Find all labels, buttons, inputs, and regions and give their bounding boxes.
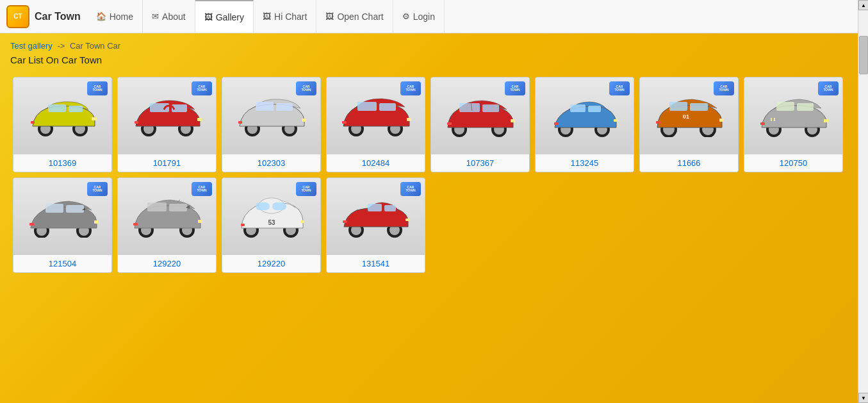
svg-text:01: 01 (682, 113, 689, 120)
car-card[interactable]: CARTOWN 102303 (222, 77, 321, 172)
car-badge: CARTOWN (609, 81, 630, 95)
car-label[interactable]: 120750 (744, 154, 842, 172)
car-badge: CARTOWN (192, 81, 212, 95)
car-link[interactable]: 102303 (258, 158, 285, 168)
car-card-image-area: CARTOWN (327, 78, 425, 154)
car-label[interactable]: 113245 (536, 154, 634, 172)
car-label[interactable]: 11666 (640, 154, 738, 172)
svg-rect-48 (554, 122, 558, 125)
svg-rect-82 (198, 220, 202, 223)
svg-rect-7 (31, 121, 35, 124)
svg-rect-63 (797, 103, 814, 111)
car-badge: CARTOWN (87, 182, 108, 196)
car-label[interactable]: 129220 (118, 255, 216, 272)
car-label[interactable]: 101369 (13, 154, 111, 172)
car-card[interactable]: CARTOWN 102484 (326, 77, 425, 172)
svg-rect-99 (368, 204, 382, 211)
breadcrumb: Test gallery -> Car Town Car (10, 41, 858, 51)
scroll-down-btn[interactable]: ▼ (858, 393, 868, 403)
svg-rect-31 (342, 121, 347, 124)
car-link[interactable]: 121504 (49, 259, 76, 268)
hichart-icon: 🖼 (263, 12, 271, 21)
login-icon: ⚙ (402, 12, 410, 21)
car-label[interactable]: 131541 (327, 255, 425, 272)
car-link[interactable]: 113245 (571, 158, 598, 168)
car-card[interactable]: CARTOWN 121504 (13, 177, 112, 273)
svg-rect-38 (511, 119, 515, 122)
car-link[interactable]: 131541 (362, 259, 389, 268)
car-label[interactable]: 129220 (222, 255, 320, 272)
nav-item-home[interactable]: 🏠 Home (87, 0, 143, 33)
svg-rect-80 (147, 202, 167, 211)
nav-label-gallery: Gallery (216, 12, 244, 22)
nav-item-openchart[interactable]: 🖼 Open Chart (316, 0, 393, 33)
car-link[interactable]: 120750 (780, 158, 807, 168)
svg-rect-75 (29, 223, 34, 226)
main-content: Test gallery -> Car Town Car Car List On… (0, 33, 868, 403)
car-link[interactable]: 107367 (466, 158, 494, 168)
svg-rect-39 (447, 122, 452, 125)
car-card-image-area: CARTOWN (744, 78, 842, 154)
car-card[interactable]: CARTOWN 101369 (13, 77, 112, 172)
breadcrumb-link[interactable]: Test gallery (10, 41, 53, 51)
svg-rect-91 (272, 202, 286, 210)
car-image: 01 (654, 94, 725, 138)
car-label[interactable]: 107367 (431, 154, 529, 172)
svg-rect-20 (256, 102, 274, 111)
car-card-image-area: CARTOWN (327, 178, 425, 255)
openchart-icon: 🖼 (325, 12, 334, 21)
svg-rect-102 (343, 220, 347, 223)
scrollbar[interactable]: ▲ ▼ (858, 0, 868, 403)
svg-rect-74 (94, 220, 98, 224)
home-icon: 🏠 (96, 12, 106, 21)
car-card[interactable]: CARTOWN 129220 (117, 177, 217, 273)
car-card[interactable]: CARTOWN 53 129220 (222, 177, 321, 273)
car-label[interactable]: 102303 (222, 154, 320, 172)
car-link[interactable]: 102484 (362, 158, 389, 168)
brand-link[interactable]: CT Car Town (6, 5, 81, 28)
svg-rect-64 (824, 119, 828, 122)
car-card[interactable]: CARTOWN 107367 (430, 77, 530, 172)
car-image (341, 94, 411, 138)
car-card[interactable]: CARTOWN 01 11666 (639, 77, 739, 172)
svg-text:53: 53 (268, 219, 275, 226)
car-link[interactable]: 129220 (258, 259, 285, 268)
car-image (236, 94, 307, 138)
car-label[interactable]: 102484 (327, 154, 425, 172)
car-card[interactable]: CARTOWN 113245 (535, 77, 634, 172)
car-label[interactable]: 101791 (118, 154, 216, 172)
car-card-image-area: CARTOWN (13, 78, 111, 154)
car-link[interactable]: 11666 (677, 158, 700, 168)
scroll-up-btn[interactable]: ▲ (858, 0, 868, 10)
svg-rect-94 (241, 224, 245, 226)
nav-item-login[interactable]: ⚙ Login (393, 0, 445, 33)
nav-item-about[interactable]: ✉ About (143, 0, 195, 33)
car-card-image-area: CARTOWN (431, 78, 529, 154)
car-image (132, 194, 202, 239)
car-card-image-area: CARTOWN (118, 178, 216, 255)
svg-rect-23 (238, 121, 242, 124)
car-card[interactable]: CARTOWN 120750 (744, 77, 843, 172)
car-card[interactable]: CARTOWN 101791 (117, 77, 217, 172)
car-link[interactable]: 129220 (153, 259, 181, 268)
svg-rect-36 (459, 103, 480, 112)
car-image (132, 94, 202, 138)
scroll-thumb[interactable] (859, 36, 868, 74)
breadcrumb-current: Car Town Car (70, 41, 120, 51)
svg-rect-30 (407, 118, 411, 121)
nav-item-gallery[interactable]: 🖼 Gallery (195, 0, 254, 33)
car-card-image-area: CARTOWN (118, 78, 216, 154)
car-link[interactable]: 101791 (153, 158, 181, 168)
svg-rect-14 (197, 118, 202, 121)
car-badge: CARTOWN (296, 81, 316, 95)
brand-label: Car Town (35, 11, 81, 22)
car-link[interactable]: 101369 (49, 158, 76, 168)
car-image (758, 94, 829, 138)
car-card[interactable]: CARTOWN 131541 (326, 177, 425, 273)
car-card-image-area: CARTOWN (13, 178, 111, 255)
car-badge: CARTOWN (87, 81, 108, 95)
svg-rect-65 (760, 122, 765, 125)
car-label[interactable]: 121504 (13, 255, 111, 272)
car-grid: CARTOWN 101369 CARTOWN (10, 74, 858, 276)
nav-item-hichart[interactable]: 🖼 Hi Chart (254, 0, 316, 33)
